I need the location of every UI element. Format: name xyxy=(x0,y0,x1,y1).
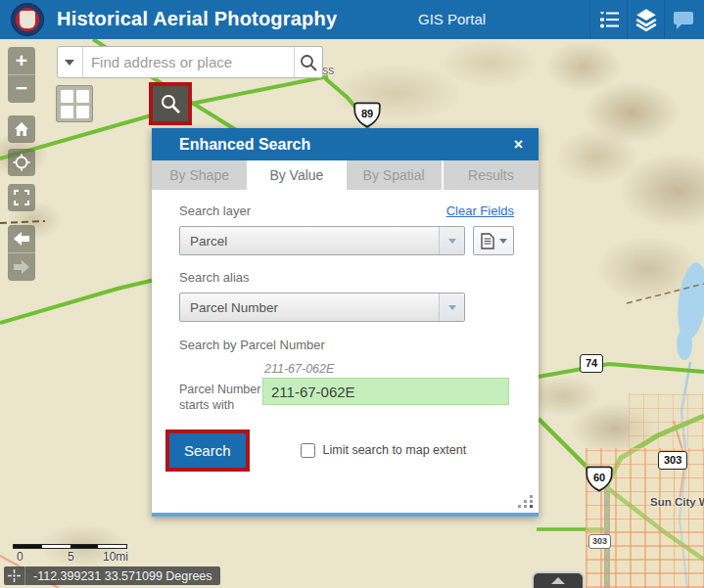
search-layer-select[interactable]: Parcel xyxy=(179,226,465,255)
search-alias-label: Search alias xyxy=(179,270,514,285)
road-74 xyxy=(539,364,704,377)
search-icon xyxy=(299,53,318,72)
plus-icon: + xyxy=(16,50,27,70)
tab-by-spatial[interactable]: By Spatial xyxy=(347,160,442,190)
search-layer-label: Search layer xyxy=(179,204,251,218)
layers-button[interactable] xyxy=(627,0,664,39)
close-icon[interactable]: × xyxy=(510,134,527,156)
crosshair-icon[interactable] xyxy=(4,566,25,585)
app-header: Historical Aerial Photography GIS Portal xyxy=(0,0,704,39)
dialog-body: Search layer Clear Fields Parcel xyxy=(152,190,539,513)
scale-label-mid: 5 xyxy=(68,550,74,564)
fullscreen-icon xyxy=(14,190,29,205)
zoom-in-button[interactable]: + xyxy=(8,47,35,74)
route-shield-303-small: 303 xyxy=(588,534,611,549)
chevron-up-icon xyxy=(551,577,565,584)
caret-down-icon xyxy=(499,239,507,244)
minus-icon: − xyxy=(16,77,27,98)
feedback-button[interactable] xyxy=(664,0,701,39)
search-by-label: Search by Parcel Number xyxy=(179,338,514,352)
legend-button[interactable] xyxy=(589,0,627,39)
home-icon xyxy=(14,121,29,137)
scale-bar: 0 5 10mi xyxy=(13,544,127,563)
dialog-header[interactable]: Enhanced Search × xyxy=(152,128,539,160)
search-layer-value: Parcel xyxy=(180,234,439,249)
map-label-sun-city-west: Sun City West xyxy=(650,496,704,508)
layers-icon xyxy=(634,7,659,32)
enhanced-search-dialog: Enhanced Search × By Shape By Value By S… xyxy=(152,128,539,517)
layer-options-button[interactable] xyxy=(473,226,514,255)
route-shield-us60: 60 xyxy=(585,466,614,492)
caret-down-icon xyxy=(448,305,456,310)
grid-icon xyxy=(61,90,73,103)
app-title: Historical Aerial Photography xyxy=(57,8,337,30)
parcel-number-input[interactable] xyxy=(262,378,509,405)
search-alias-select[interactable]: Parcel Number xyxy=(179,293,465,322)
search-tool-icon xyxy=(160,93,181,114)
caret-down-icon xyxy=(448,239,456,244)
scale-label-end: 10mi xyxy=(103,550,128,564)
route-shield-74: 74 xyxy=(580,354,603,373)
search-alias-value: Parcel Number xyxy=(180,300,439,315)
coordinate-readout: -112.399231 33.571099 Degrees xyxy=(4,566,220,585)
search-button[interactable]: Search xyxy=(169,433,246,468)
extent-nav-group xyxy=(8,225,35,281)
arrow-right-icon xyxy=(14,260,29,274)
county-seal-logo xyxy=(11,3,44,36)
basemap-gallery-button[interactable] xyxy=(56,85,93,122)
document-icon xyxy=(481,233,494,249)
value-hint: 211-67-062E xyxy=(264,362,514,376)
clear-fields-link[interactable]: Clear Fields xyxy=(446,204,514,218)
my-location-button[interactable] xyxy=(8,149,35,176)
home-extent-button[interactable] xyxy=(8,115,35,143)
resize-grip[interactable] xyxy=(518,495,534,507)
parcel-number-field-label: Parcel Number starts with xyxy=(179,378,262,414)
zoom-out-button[interactable]: − xyxy=(8,75,35,103)
previous-extent-button[interactable] xyxy=(8,225,35,252)
boundary-line xyxy=(0,221,45,223)
comment-bubble-icon xyxy=(672,8,695,31)
locate-icon xyxy=(13,154,30,171)
full-extent-button[interactable] xyxy=(8,184,35,211)
tab-results[interactable]: Results xyxy=(444,160,539,190)
geocoder-source-dropdown[interactable] xyxy=(58,47,83,77)
coordinate-text: -112.399231 33.571099 Degrees xyxy=(25,569,220,583)
search-button-highlight: Search xyxy=(165,430,250,472)
legend-icon xyxy=(597,8,621,31)
lake-pleasant xyxy=(674,261,704,342)
limit-extent-checkbox[interactable] xyxy=(301,443,315,458)
gis-app-window: Congress Sun City West 89 74 60 303 303 … xyxy=(0,0,704,588)
tab-by-shape[interactable]: By Shape xyxy=(152,160,247,190)
tab-by-value[interactable]: By Value xyxy=(249,160,344,190)
dialog-title: Enhanced Search xyxy=(179,136,510,154)
geocoder-input[interactable] xyxy=(83,47,294,77)
route-shield-303: 303 xyxy=(658,451,687,470)
geocoder-search-box xyxy=(57,46,323,78)
portal-title: GIS Portal xyxy=(418,11,486,27)
limit-extent-label: Limit search to map extent xyxy=(323,443,467,457)
next-extent-button[interactable] xyxy=(8,253,35,281)
caret-down-icon xyxy=(65,60,74,66)
geocoder-search-button[interactable] xyxy=(294,47,322,77)
enhanced-search-tool-button-highlighted[interactable] xyxy=(149,82,192,125)
urban-grid xyxy=(629,393,704,450)
dialog-tabs: By Shape By Value By Spatial Results xyxy=(152,160,539,190)
arrow-left-icon xyxy=(14,232,29,246)
zoom-control-group: + − xyxy=(8,47,35,103)
route-shield-us89: 89 xyxy=(352,102,382,128)
attribution-expander[interactable] xyxy=(532,571,585,588)
scale-label-start: 0 xyxy=(17,550,23,564)
